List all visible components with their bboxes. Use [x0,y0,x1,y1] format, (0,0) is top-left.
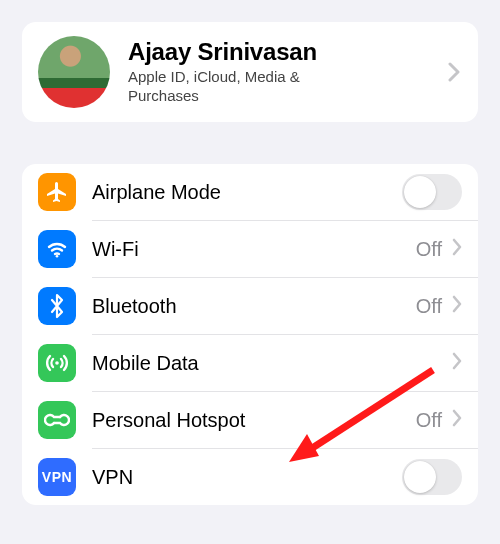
row-bluetooth[interactable]: Bluetooth Off [22,278,478,334]
chevron-right-icon [452,238,462,260]
svg-point-1 [55,361,59,365]
bluetooth-label: Bluetooth [76,295,416,318]
avatar [38,36,110,108]
profile-subtitle: Apple ID, iCloud, Media & Purchases [128,68,358,106]
bluetooth-value: Off [416,295,444,318]
wifi-icon [38,230,76,268]
vpn-badge-text: VPN [42,469,72,485]
chevron-right-icon [452,352,462,374]
airplane-toggle[interactable] [402,174,462,210]
row-airplane-mode[interactable]: Airplane Mode [22,164,478,220]
row-wifi[interactable]: Wi-Fi Off [22,221,478,277]
antenna-icon [38,344,76,382]
bluetooth-icon [38,287,76,325]
row-vpn[interactable]: VPN VPN [22,449,478,505]
hotspot-value: Off [416,409,444,432]
apple-id-row[interactable]: Ajaay Srinivasan Apple ID, iCloud, Media… [22,22,478,122]
vpn-icon: VPN [38,458,76,496]
vpn-label: VPN [76,466,402,489]
hotspot-icon [38,401,76,439]
row-mobile-data[interactable]: Mobile Data [22,335,478,391]
row-personal-hotspot[interactable]: Personal Hotspot Off [22,392,478,448]
wifi-label: Wi-Fi [76,238,416,261]
chevron-right-icon [452,409,462,431]
airplane-icon [38,173,76,211]
profile-text: Ajaay Srinivasan Apple ID, iCloud, Media… [110,38,462,106]
svg-point-0 [56,255,59,258]
mobile-data-label: Mobile Data [76,352,444,375]
settings-group: Airplane Mode Wi-Fi Off Bluetooth Off Mo… [22,164,478,505]
profile-name: Ajaay Srinivasan [128,38,438,66]
chevron-right-icon [448,62,460,82]
hotspot-label: Personal Hotspot [76,409,416,432]
airplane-label: Airplane Mode [76,181,402,204]
wifi-value: Off [416,238,444,261]
chevron-right-icon [452,295,462,317]
vpn-toggle[interactable] [402,459,462,495]
